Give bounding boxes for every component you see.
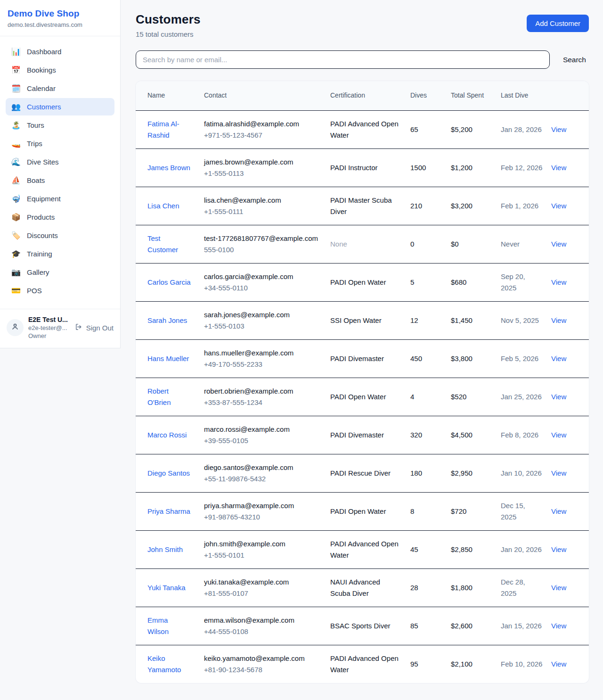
customer-action-cell: View — [551, 530, 589, 568]
view-customer-link[interactable]: View — [551, 545, 566, 553]
customer-total-spent-cell: $1,800 — [451, 568, 501, 607]
customer-dives-cell: 95 — [410, 645, 451, 683]
customer-contact-cell: diego.santos@example.com+55-11-99876-543… — [204, 454, 330, 492]
customer-contact-cell: lisa.chen@example.com+1-555-0111 — [204, 187, 330, 225]
customer-last-dive-cell: Feb 8, 2026 — [501, 416, 551, 454]
view-customer-link[interactable]: View — [551, 354, 566, 362]
shop-name: Demo Dive Shop — [8, 8, 113, 19]
customer-action-cell: View — [551, 607, 589, 645]
customer-email: sarah.jones@example.com — [204, 309, 322, 321]
view-customer-link[interactable]: View — [551, 316, 566, 324]
customer-dives-cell: 4 — [410, 378, 451, 416]
shop-domain: demo.test.divestreams.com — [8, 21, 113, 28]
customer-action-cell: View — [551, 148, 589, 187]
customer-certification-cell: PADI Divemaster — [330, 416, 410, 454]
customer-name-link[interactable]: Emma Wilson — [147, 615, 191, 637]
sidebar-item-pos[interactable]: 💳POS — [6, 282, 114, 299]
tag-icon: 🏷️ — [11, 231, 21, 240]
customer-dives-cell: 28 — [410, 568, 451, 607]
customer-contact-cell: yuki.tanaka@example.com+81-555-0107 — [204, 568, 330, 607]
customer-action-cell: View — [551, 301, 589, 339]
sidebar-item-equipment[interactable]: 🤿Equipment — [6, 190, 114, 207]
customer-email: priya.sharma@example.com — [204, 500, 322, 511]
customer-name-link[interactable]: Robert O'Brien — [147, 386, 191, 408]
customer-name-cell: Carlos Garcia — [136, 263, 204, 301]
view-customer-link[interactable]: View — [551, 507, 566, 515]
view-customer-link[interactable]: View — [551, 240, 566, 248]
view-customer-link[interactable]: View — [551, 202, 566, 210]
sidebar-item-bookings[interactable]: 📅Bookings — [6, 61, 114, 79]
sign-out-button[interactable]: Sign Out — [75, 323, 114, 332]
table-row: Fatima Al-Rashidfatima.alrashid@example.… — [136, 110, 589, 148]
diving-mask-icon: 🤿 — [11, 194, 21, 203]
customer-count: 15 total customers — [136, 30, 201, 38]
add-customer-button[interactable]: Add Customer — [527, 15, 589, 32]
customer-name-link[interactable]: Priya Sharma — [147, 506, 190, 517]
customer-last-dive-cell: Feb 12, 2026 — [501, 148, 551, 187]
customer-action-cell: View — [551, 263, 589, 301]
customer-name-cell: Lisa Chen — [136, 187, 204, 225]
sidebar-item-boats[interactable]: ⛵Boats — [6, 172, 114, 189]
customer-total-spent-cell: $1,200 — [451, 148, 501, 187]
sidebar-item-customers[interactable]: 👥Customers — [6, 98, 114, 115]
customer-total-spent-cell: $2,850 — [451, 530, 501, 568]
customer-phone: +49-170-555-2233 — [204, 359, 322, 370]
customer-email: carlos.garcia@example.com — [204, 271, 322, 282]
customer-name-link[interactable]: Lisa Chen — [147, 200, 179, 212]
sign-out-icon — [75, 323, 83, 332]
sidebar-item-label: Calendar — [27, 84, 56, 92]
search-button[interactable]: Search — [560, 52, 589, 68]
sidebar-item-discounts[interactable]: 🏷️Discounts — [6, 227, 114, 244]
view-customer-link[interactable]: View — [551, 584, 566, 592]
column-header-dives: Dives — [410, 81, 451, 110]
customer-certification-cell: PADI Instructor — [330, 148, 410, 187]
customer-phone: +34-555-0110 — [204, 282, 322, 294]
customer-name-link[interactable]: Yuki Tanaka — [147, 582, 186, 593]
customer-name-link[interactable]: Marco Rossi — [147, 429, 187, 441]
customer-dives-cell: 1500 — [410, 148, 451, 187]
view-customer-link[interactable]: View — [551, 622, 566, 630]
customer-email: diego.santos@example.com — [204, 462, 322, 473]
customer-name-link[interactable]: Carlos Garcia — [147, 277, 191, 288]
sidebar-item-tours[interactable]: 🏝️Tours — [6, 116, 114, 134]
customer-dives-cell: 0 — [410, 225, 451, 263]
sidebar-item-label: Dashboard — [27, 48, 61, 56]
customer-email: yuki.tanaka@example.com — [204, 576, 322, 588]
customer-certification-cell: PADI Master Scuba Diver — [330, 187, 410, 225]
view-customer-link[interactable]: View — [551, 469, 566, 477]
customer-name-cell: Priya Sharma — [136, 492, 204, 530]
customer-email: fatima.alrashid@example.com — [204, 118, 322, 130]
customer-name-link[interactable]: Keiko Yamamoto — [147, 653, 191, 675]
view-customer-link[interactable]: View — [551, 125, 566, 133]
customer-name-link[interactable]: Sarah Jones — [147, 315, 187, 326]
customer-name-link[interactable]: Test Customer — [147, 233, 191, 255]
customer-last-dive-cell: Dec 28, 2025 — [501, 568, 551, 607]
sidebar-item-trips[interactable]: 🚤Trips — [6, 135, 114, 152]
sidebar-item-products[interactable]: 📦Products — [6, 208, 114, 226]
sidebar-item-calendar[interactable]: 🗓️Calendar — [6, 80, 114, 97]
customer-name-link[interactable]: James Brown — [147, 162, 190, 173]
customer-name-link[interactable]: Fatima Al-Rashid — [147, 118, 191, 141]
sailboat-icon: ⛵ — [11, 176, 21, 185]
column-header-actions — [551, 81, 589, 110]
sidebar-item-dive-sites[interactable]: 🌊Dive Sites — [6, 153, 114, 171]
sidebar-item-training[interactable]: 🎓Training — [6, 245, 114, 263]
sidebar-item-label: Discounts — [27, 231, 58, 239]
sidebar-item-label: Trips — [27, 140, 42, 148]
customer-total-spent-cell: $3,200 — [451, 187, 501, 225]
view-customer-link[interactable]: View — [551, 393, 566, 401]
customer-certification-cell: NAUI Advanced Scuba Diver — [330, 568, 410, 607]
customer-name-cell: Yuki Tanaka — [136, 568, 204, 607]
customer-name-link[interactable]: John Smith — [147, 544, 183, 555]
view-customer-link[interactable]: View — [551, 660, 566, 668]
view-customer-link[interactable]: View — [551, 278, 566, 286]
customer-name-link[interactable]: Hans Mueller — [147, 353, 189, 364]
customer-phone: +81-90-1234-5678 — [204, 664, 322, 675]
sidebar-item-dashboard[interactable]: 📊Dashboard — [6, 43, 114, 60]
customer-name-link[interactable]: Diego Santos — [147, 468, 190, 479]
customer-last-dive-cell: Jan 15, 2026 — [501, 607, 551, 645]
view-customer-link[interactable]: View — [551, 431, 566, 439]
view-customer-link[interactable]: View — [551, 164, 566, 172]
search-input[interactable] — [136, 50, 550, 69]
sidebar-item-gallery[interactable]: 📷Gallery — [6, 264, 114, 281]
